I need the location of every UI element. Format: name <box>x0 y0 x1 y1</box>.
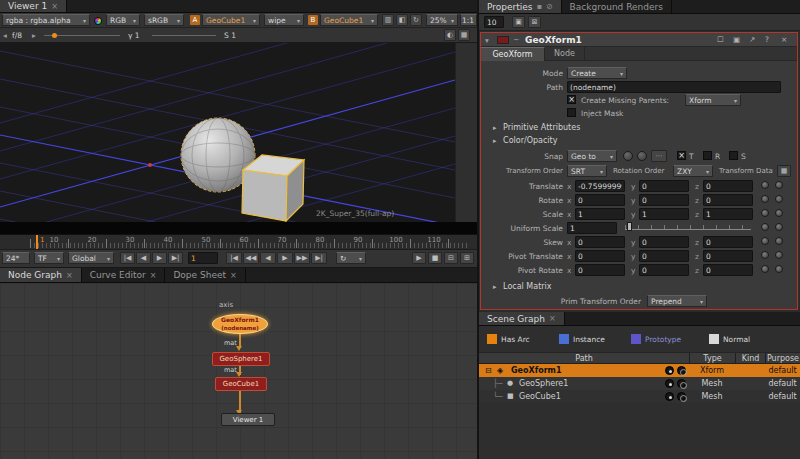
animation-knob-icon[interactable] <box>761 181 769 189</box>
goto-end-button[interactable]: ▶| <box>168 252 183 264</box>
more-options-icon[interactable]: ⋯ <box>651 150 667 162</box>
tab-node[interactable]: Node <box>545 47 585 61</box>
add-range-icon[interactable]: ⊞ <box>460 252 474 264</box>
scale-y-field[interactable] <box>639 208 689 220</box>
gain-slider-handle[interactable] <box>52 33 57 38</box>
timeline-ruler[interactable]: 10 20 30 40 50 60 70 80 90 100 110 1 <box>0 234 478 250</box>
zoom-dropdown[interactable]: 25% ▾ <box>426 14 458 26</box>
translate-x-field[interactable] <box>575 180 625 192</box>
snap-tool-icon[interactable] <box>637 151 647 161</box>
tab-properties[interactable]: Properties ▪ ⊘ <box>479 0 562 13</box>
range-mode-dropdown[interactable]: TF ▾ <box>34 252 64 264</box>
node-geocube1[interactable]: GeoCube1 <box>215 377 267 391</box>
roi-icon[interactable]: ▥ <box>382 14 394 26</box>
tab-viewer1[interactable]: Viewer 1 × <box>0 0 67 12</box>
animation-knob-icon[interactable] <box>775 265 783 273</box>
3d-viewport[interactable]: 2K_Super_35(full-ap) <box>0 43 455 222</box>
viewer-grid-icon[interactable]: ▦ <box>458 29 470 41</box>
playback-icon[interactable]: ▶ <box>412 252 426 264</box>
frame-range-dropdown[interactable]: Global ▾ <box>68 252 114 264</box>
gain-label[interactable]: f/8 <box>12 31 22 40</box>
close-icon[interactable]: × <box>230 271 237 280</box>
node-color-chip[interactable] <box>497 36 509 44</box>
uniform-scale-slider-handle[interactable] <box>627 222 632 231</box>
close-icon[interactable]: × <box>66 271 73 280</box>
tree-expander-icon[interactable]: ⊟ <box>485 366 492 375</box>
eye-icon[interactable] <box>677 379 686 388</box>
saturation-label[interactable]: S 1 <box>224 31 236 40</box>
rewind-button[interactable]: ◀◀ <box>243 252 259 264</box>
snap-tool-icon[interactable] <box>623 151 633 161</box>
animation-knob-icon[interactable] <box>775 181 783 189</box>
visibility-icon[interactable] <box>665 379 674 388</box>
snap-rotate-checkbox[interactable] <box>703 151 712 160</box>
tab-dope-sheet[interactable]: Dope Sheet × <box>165 268 245 282</box>
help-icon[interactable]: ? <box>765 35 769 44</box>
inject-mask-checkbox[interactable] <box>567 108 576 117</box>
pixel-ratio-dropdown[interactable]: 1:1 <box>460 14 477 26</box>
create-missing-parents-dropdown[interactable]: Xform ▾ <box>685 94 741 106</box>
gain-decrement-icon[interactable]: ◂ <box>3 31 7 40</box>
animation-knob-icon[interactable] <box>775 209 783 217</box>
rotation-order-dropdown[interactable]: ZXY ▾ <box>673 165 713 177</box>
play-end-button[interactable]: ▶| <box>311 252 327 264</box>
stop-icon[interactable]: ■ <box>428 252 442 264</box>
snap-scale-checkbox[interactable] <box>729 151 738 160</box>
tab-node-graph[interactable]: Node Graph × <box>0 268 82 282</box>
translate-y-field[interactable] <box>639 180 689 192</box>
animation-knob-icon[interactable] <box>761 195 769 203</box>
eye-icon[interactable] <box>677 366 686 375</box>
animation-knob-icon[interactable] <box>761 237 769 245</box>
prim-transform-order-dropdown[interactable]: Prepend ▾ <box>647 295 707 307</box>
translate-z-field[interactable] <box>703 180 753 192</box>
eraser-icon[interactable]: ⊘ <box>546 2 553 11</box>
loop-mode-dropdown[interactable]: ↻ ▾ <box>336 252 366 264</box>
gain-increment-icon[interactable]: ▸ <box>32 31 36 40</box>
pivot-rotate-x-field[interactable] <box>575 264 625 276</box>
play-start-button[interactable]: |◀ <box>226 252 242 264</box>
input-b-dropdown[interactable]: GeoCube1 ▾ <box>320 14 378 26</box>
pin-icon[interactable]: ▪ <box>536 2 541 11</box>
max-panels-field[interactable] <box>484 16 504 28</box>
channels-dropdown[interactable]: rgba : rgba.alpha ▾ <box>2 14 90 26</box>
close-icon[interactable]: × <box>781 35 787 44</box>
rotate-z-field[interactable] <box>703 194 753 206</box>
pivot-rotate-y-field[interactable] <box>639 264 689 276</box>
uniform-scale-slider[interactable] <box>625 222 751 230</box>
snap-translate-checkbox[interactable]: × <box>677 151 686 160</box>
animation-knob-icon[interactable] <box>775 251 783 259</box>
pivot-translate-y-field[interactable] <box>639 250 689 262</box>
mode-dropdown[interactable]: Create ▾ <box>567 67 627 79</box>
playhead[interactable] <box>36 235 38 250</box>
input-a-dropdown[interactable]: GeoCube1 ▾ <box>202 14 260 26</box>
checkbox-icon[interactable]: ☐ <box>717 35 724 44</box>
column-header-path[interactable]: Path <box>481 354 687 363</box>
wipe-mode-dropdown[interactable]: wipe ▾ <box>264 14 304 26</box>
fps-dropdown[interactable]: 24* <box>2 252 30 264</box>
clear-panels-icon[interactable]: ⊠ <box>528 16 541 28</box>
current-frame-field[interactable] <box>188 252 218 264</box>
viewer-mode-icon[interactable]: ◐ <box>444 29 456 41</box>
rotate-x-field[interactable] <box>575 194 625 206</box>
gamma-slider[interactable] <box>152 35 216 36</box>
fast-forward-button[interactable]: ▶▶ <box>294 252 310 264</box>
animation-knob-icon[interactable] <box>775 195 783 203</box>
lock-panels-icon[interactable]: ▣ <box>512 16 525 28</box>
animation-knob-icon[interactable] <box>761 223 769 231</box>
tab-background-renders[interactable]: Background Renders <box>562 0 672 13</box>
gamma-label[interactable]: γ 1 <box>128 31 140 40</box>
skew-z-field[interactable] <box>703 236 753 248</box>
pivot-translate-x-field[interactable] <box>575 250 625 262</box>
play-backward-button[interactable]: ◀ <box>260 252 276 264</box>
close-icon[interactable]: × <box>150 271 157 280</box>
refresh-icon[interactable]: ↻ <box>410 14 422 26</box>
rotate-y-field[interactable] <box>639 194 689 206</box>
scenegraph-row-geoxform1[interactable]: ⊟ ◈ GeoXform1 Xform default <box>479 364 800 377</box>
tab-geoxform[interactable]: GeoXform <box>481 47 545 61</box>
goto-start-button[interactable]: |◀ <box>120 252 135 264</box>
tab-scene-graph[interactable]: Scene Graph × <box>479 312 565 325</box>
step-forward-button[interactable]: ▶ <box>152 252 167 264</box>
close-icon[interactable]: × <box>549 314 556 323</box>
pivot-rotate-z-field[interactable] <box>703 264 753 276</box>
uniform-scale-field[interactable] <box>567 222 617 234</box>
